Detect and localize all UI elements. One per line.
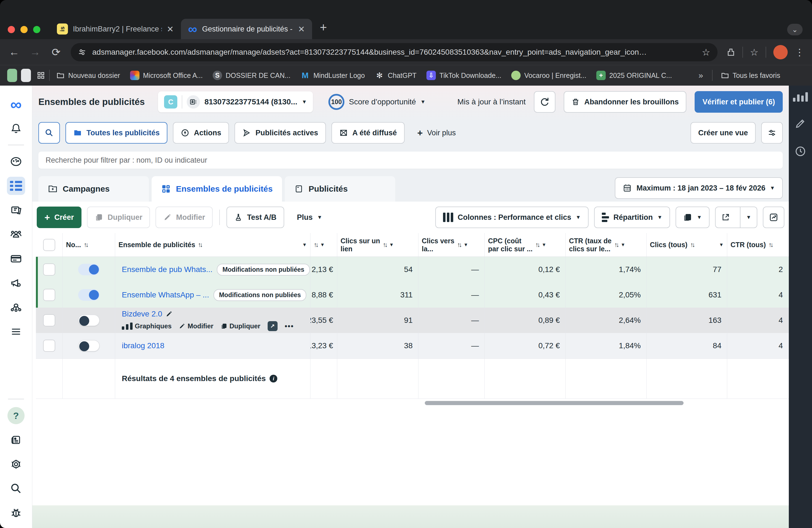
row-checkbox[interactable] — [43, 314, 55, 326]
col-header-ctr[interactable]: CTR (taux declics sur le... ↑↓ ▼ — [566, 233, 647, 256]
col-header-toggle[interactable]: No...↑↓ — [63, 233, 115, 256]
filter-delivered[interactable]: A été diffusé — [331, 122, 405, 144]
edit-button[interactable]: Modifier — [156, 207, 213, 228]
more-button[interactable]: Plus ▼ — [290, 207, 330, 228]
col-header-clicks-to[interactable]: Clics versla... ↑↓ ▼ — [418, 233, 485, 256]
browser-tab-freelance[interactable]: is IbrahimBarry2 | Freelance sur ✕ — [50, 19, 181, 39]
tab-adsets[interactable]: Ensembles de publicités — [151, 176, 282, 202]
bookmark-tiktok-downloader[interactable]: ⇩ TikTok Downloade... — [426, 71, 501, 80]
tab-campaigns[interactable]: Campagnes — [39, 176, 149, 202]
ab-test-button[interactable]: Test A/B — [227, 207, 284, 228]
bookmark-2025-original[interactable]: + 2025 ORIGINAL C... — [596, 71, 672, 80]
row-checkbox[interactable] — [43, 263, 55, 276]
row-checkbox[interactable] — [43, 340, 55, 352]
adset-name-link[interactable]: Bizdeve 2.0 — [122, 310, 162, 318]
browser-tab-ads-manager[interactable]: ∞ Gestionnaire de publicités - G ✕ — [181, 19, 312, 39]
filter-caret-icon[interactable]: ▼ — [389, 242, 394, 248]
row-checkbox[interactable] — [43, 289, 55, 301]
site-settings-icon[interactable] — [78, 48, 86, 56]
col-header-clicks-all[interactable]: Clics (tous)↑↓ ▼ — [647, 233, 727, 256]
view-settings-button[interactable] — [761, 122, 783, 144]
reports-button[interactable]: ▼ — [676, 207, 710, 228]
date-range-picker[interactable]: Maximum : 18 jan 2023 – 18 fév 2026 ▼ — [615, 177, 783, 199]
filter-all-ads[interactable]: Toutes les publicités — [66, 122, 168, 144]
ad-account-selector[interactable]: C 813073223775144 (8130... ▼ — [158, 91, 313, 113]
tab-ads[interactable]: Publicités — [285, 176, 395, 202]
zoom-window-button[interactable] — [33, 26, 40, 33]
view-chart-icon[interactable]: ↗ — [267, 321, 278, 331]
sort-icon[interactable]: ↑↓ — [198, 241, 202, 248]
table-row[interactable]: Bizdeve 2.0 Graphiques Modifier — [36, 308, 789, 333]
url-bar[interactable]: adsmanager.facebook.com/adsmanager/manag… — [71, 43, 717, 61]
discard-drafts-button[interactable]: Abandonner les brouillons — [564, 91, 686, 113]
edit-action[interactable]: Modifier — [179, 322, 213, 330]
events-manager-nodes-icon[interactable] — [7, 298, 25, 317]
all-bookmarks-folder[interactable]: Tous les favoris — [721, 71, 780, 79]
close-tab-icon[interactable]: ✕ — [298, 24, 305, 34]
create-button[interactable]: + Créer — [37, 207, 82, 228]
export-options-button[interactable]: ▼ — [740, 207, 757, 228]
status-toggle[interactable] — [78, 289, 100, 301]
refresh-button[interactable] — [534, 91, 555, 113]
bookmark-dossier-can[interactable]: S DOSSIER DE CAN... — [213, 71, 291, 80]
reload-icon[interactable]: ⟳ — [50, 46, 62, 58]
overview-gauge-icon[interactable] — [7, 152, 25, 171]
duplicate-action[interactable]: Dupliquer — [221, 322, 260, 330]
new-tab-button[interactable]: + — [320, 20, 327, 34]
table-row[interactable]: Ensemble WhatsApp – ... Modifications no… — [36, 282, 789, 308]
report-bug-icon[interactable] — [7, 504, 25, 522]
more-actions-icon[interactable]: ••• — [285, 322, 294, 331]
sort-icon[interactable]: ↑↓ — [457, 241, 461, 248]
tab-group-green-icon[interactable] — [7, 69, 17, 82]
meta-logo[interactable]: ∞ — [7, 95, 25, 113]
help-icon[interactable]: ? — [7, 407, 25, 425]
breakdown-button[interactable]: Répartition ▼ — [594, 207, 670, 228]
col-header-ctr-all[interactable]: CTR (tous)↑↓ — [727, 233, 789, 256]
columns-button[interactable]: Colonnes : Performance et clics ▼ — [435, 207, 589, 228]
filter-caret-icon[interactable]: ▼ — [320, 242, 325, 248]
apps-grid-icon[interactable] — [37, 71, 45, 80]
tab-group-white-icon[interactable] — [21, 69, 31, 82]
sort-icon[interactable]: ↑↓ — [769, 241, 772, 248]
bookmark-nouveau-dossier[interactable]: Nouveau dossier — [56, 71, 120, 79]
close-tab-icon[interactable]: ✕ — [167, 24, 174, 34]
charts-panel-button[interactable] — [763, 207, 784, 228]
bookmark-vocaroo[interactable]: Vocaroo | Enregist... — [511, 71, 586, 80]
search-filter-button[interactable] — [39, 122, 60, 144]
campaigns-table-icon[interactable] — [7, 177, 25, 195]
bookmark-star-icon[interactable]: ☆ — [702, 47, 710, 58]
edit-panel-pencil-icon[interactable] — [795, 118, 806, 129]
sort-icon[interactable]: ↑↓ — [690, 241, 694, 248]
select-all-checkbox[interactable] — [43, 239, 55, 251]
duplicate-button[interactable]: Dupliquer — [87, 207, 150, 228]
favorites-list-icon[interactable]: ☆ — [750, 47, 758, 58]
bookmark-mindluster[interactable]: M MindLuster Logo — [301, 71, 365, 80]
history-clock-icon[interactable] — [794, 145, 807, 157]
status-toggle[interactable] — [78, 340, 100, 352]
create-view-button[interactable]: Créer une vue — [691, 122, 756, 144]
table-row[interactable]: Ensemble de pub Whats... Modifications n… — [36, 257, 789, 282]
filter-caret-icon[interactable]: ▼ — [302, 242, 307, 248]
news-icon[interactable] — [7, 431, 25, 449]
filter-caret-icon[interactable]: ▼ — [541, 242, 546, 248]
browser-menu-icon[interactable]: ⋮ — [795, 47, 804, 58]
status-toggle[interactable] — [78, 264, 100, 275]
forward-icon[interactable]: → — [29, 46, 41, 58]
insights-chart-icon[interactable] — [793, 92, 808, 102]
scrollbar-thumb[interactable] — [425, 401, 684, 405]
sort-icon[interactable]: ↑↓ — [535, 241, 539, 248]
charts-action[interactable]: Graphiques — [122, 322, 172, 330]
adset-name-link[interactable]: ibralog 2018 — [122, 341, 164, 350]
col-header-cpc[interactable]: CPC (coûtpar clic sur ... ↑↓ ▼ — [485, 233, 566, 256]
filter-actions[interactable]: Actions — [173, 122, 229, 144]
billing-card-icon[interactable] — [7, 250, 25, 268]
col-header-spend[interactable]: ↑↓ ▼ — [310, 233, 337, 256]
minimize-window-button[interactable] — [20, 26, 28, 33]
filter-caret-icon[interactable]: ▼ — [719, 242, 724, 248]
filter-caret-icon[interactable]: ▼ — [621, 242, 625, 248]
profile-avatar[interactable] — [773, 45, 788, 59]
adset-name-link[interactable]: Ensemble de pub Whats... — [122, 265, 213, 274]
opportunity-score[interactable]: 100 Score d’opportunité ▼ — [329, 94, 425, 110]
back-icon[interactable]: ← — [8, 46, 20, 58]
extensions-icon[interactable] — [726, 47, 735, 57]
